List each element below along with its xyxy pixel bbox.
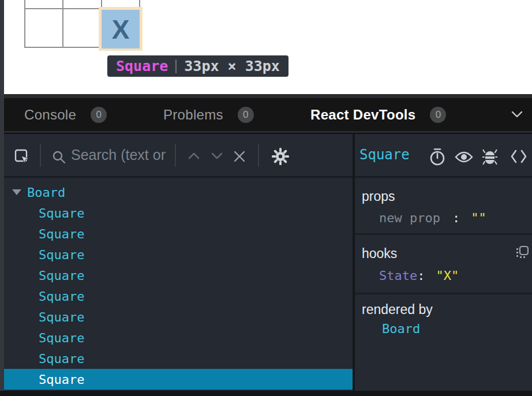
window-bottom-edge: [0, 391, 532, 396]
tree-row-label: Square: [39, 372, 84, 387]
debug-bug-icon[interactable]: [482, 147, 497, 166]
tree-row[interactable]: Square: [4, 307, 353, 327]
hooks-state-row[interactable]: State:"X": [379, 268, 459, 283]
hook-name[interactable]: State: [379, 268, 417, 283]
next-match-chevron-down-icon[interactable]: [211, 152, 223, 160]
tree-row[interactable]: Square: [4, 203, 353, 223]
prop-value[interactable]: "": [471, 211, 486, 225]
parse-hook-names-icon[interactable]: [515, 245, 529, 259]
tree-row-label: Square: [39, 352, 84, 366]
tree-row-label: Square: [39, 289, 84, 304]
tree-row-label: Square: [39, 248, 84, 262]
toolbar-divider: [258, 144, 259, 167]
previous-match-chevron-up-icon[interactable]: [188, 152, 200, 160]
section-divider: [355, 233, 532, 235]
devtools-toolbar: Search (text or: [4, 134, 532, 178]
props-section-header: props: [362, 189, 395, 204]
tree-row-label: Square: [39, 206, 84, 221]
tooltip-separator: [175, 59, 177, 73]
search-icon: [52, 150, 66, 165]
profiler-stopwatch-icon[interactable]: [429, 148, 446, 166]
cell-x-mark: X: [112, 14, 130, 45]
tooltip-component-name: Square: [116, 58, 168, 74]
tree-row[interactable]: Square: [4, 369, 353, 390]
selected-component-name: Square: [359, 147, 410, 163]
tree-row-label: Square: [39, 268, 84, 283]
prop-key[interactable]: new prop: [379, 211, 440, 225]
component-tree: Board Square Square Square Square Square…: [4, 182, 353, 390]
tree-row[interactable]: Square: [4, 265, 353, 286]
chevron-down-icon[interactable]: [511, 110, 523, 118]
inspect-element-icon[interactable]: [14, 149, 30, 165]
tree-row-label: Square: [39, 310, 84, 324]
window-left-edge: [0, 0, 4, 396]
hooks-section-header: hooks: [362, 246, 397, 261]
panel-vertical-divider[interactable]: [353, 133, 355, 391]
toolbar-divider: [40, 144, 41, 167]
tree-row-label: Square: [39, 331, 84, 345]
tree-row[interactable]: Board: [4, 182, 353, 203]
section-divider: [355, 293, 532, 294]
problems-count-badge: 0: [238, 107, 254, 123]
inspect-eye-icon[interactable]: [455, 150, 473, 164]
console-count-badge: 0: [91, 107, 107, 123]
rendered-by-section-header: rendered by: [362, 302, 433, 317]
tree-row-label: Board: [27, 185, 65, 200]
tab-problems[interactable]: Problems 0: [163, 98, 254, 131]
tab-react-devtools[interactable]: React DevTools 0: [310, 98, 446, 131]
rendered-by-owner[interactable]: Board: [382, 322, 420, 336]
board-gridline: [62, 0, 63, 47]
tree-row[interactable]: Square: [4, 223, 353, 244]
inspector-panel: props new prop:"" hooks State:"X" render…: [355, 180, 532, 391]
board-gridline: [24, 0, 25, 47]
toolbar-divider: [175, 144, 176, 167]
view-source-code-icon[interactable]: [510, 149, 527, 164]
clear-search-x-icon[interactable]: [233, 150, 246, 163]
inspect-tooltip: Square 33px × 33px: [107, 55, 289, 77]
tree-row[interactable]: Square: [4, 348, 353, 369]
tree-row-label: Square: [39, 227, 84, 241]
settings-gear-icon[interactable]: [271, 147, 290, 166]
devtools-tab-bar: Console 0 Problems 0 React DevTools 0: [0, 98, 532, 131]
tree-row[interactable]: Square: [4, 286, 353, 307]
tab-console[interactable]: Console 0: [24, 98, 107, 131]
hook-value[interactable]: "X": [436, 268, 459, 283]
props-row[interactable]: new prop:"": [379, 211, 486, 225]
square-cell-highlighted[interactable]: X: [102, 10, 140, 48]
tooltip-dimensions: 33px × 33px: [184, 58, 280, 74]
tree-row[interactable]: Square: [4, 327, 353, 348]
search-input[interactable]: Search (text or: [71, 147, 166, 163]
rendered-by-row[interactable]: Board: [382, 322, 420, 336]
tree-row[interactable]: Square: [4, 244, 353, 265]
react-devtools-count-badge: 0: [430, 107, 446, 123]
app-page-area: X Square 33px × 33px: [4, 0, 532, 94]
devtools-top-edge: [0, 94, 532, 98]
expand-triangle-icon[interactable]: [12, 189, 21, 195]
